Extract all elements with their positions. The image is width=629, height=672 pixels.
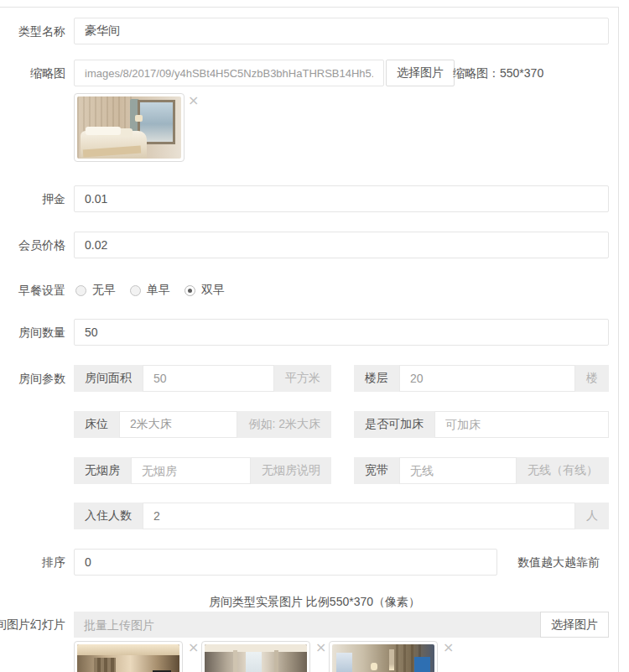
bed-addon-label: 床位	[74, 411, 119, 438]
extra-bed-group: 是否可加床	[354, 411, 609, 438]
slideshow-thumb	[74, 641, 183, 672]
deposit-input[interactable]	[74, 185, 609, 212]
slideshow-thumb	[329, 641, 438, 672]
sort-hint: 数值越大越靠前	[517, 549, 600, 576]
occupancy-unit-label: 人	[575, 503, 609, 529]
photo-wood-panel	[94, 658, 117, 672]
type-name-label: 类型名称	[0, 18, 65, 44]
room-photo-corridor	[205, 644, 307, 672]
floor-addon-label: 楼层	[354, 365, 399, 392]
photo-artwork	[336, 653, 353, 672]
room-photo-warm-tv	[77, 644, 179, 672]
member-price-input[interactable]	[74, 232, 609, 258]
radio-no-breakfast[interactable]: 无早	[75, 283, 116, 298]
remove-image-icon[interactable]: ×	[188, 642, 199, 654]
room-count-label: 房间数量	[0, 319, 65, 346]
radio-single-breakfast[interactable]: 单早	[130, 283, 170, 298]
radio-circle-icon	[185, 285, 195, 296]
remove-image-icon[interactable]: ×	[315, 642, 326, 654]
deposit-label: 押金	[0, 185, 65, 212]
floor-group: 楼层 楼	[354, 365, 609, 392]
occupancy-group: 入住人数 人	[74, 503, 609, 529]
sort-label: 排序	[0, 549, 65, 576]
room-photo-main	[77, 96, 181, 159]
breakfast-radio-group: 无早 单早 双早	[75, 282, 239, 299]
area-group: 房间面积 平方米	[74, 365, 331, 392]
room-params-label: 房间参数	[0, 365, 65, 392]
no-smoking-note-label: 无烟房说明	[251, 457, 331, 484]
breakfast-label: 早餐设置	[0, 282, 65, 299]
bed-group: 床位 例如: 2米大床	[74, 411, 331, 438]
photo-column	[274, 650, 278, 672]
gallery-heading: 房间类型实景图片 比例550*370（像素）	[0, 595, 629, 610]
bed-example-label: 例如: 2米大床	[237, 411, 331, 438]
photo-pillows	[86, 127, 121, 135]
member-price-label: 会员价格	[0, 232, 65, 258]
thumbnail-label: 缩略图	[0, 60, 65, 86]
slideshow-label: 房间图片幻灯片	[0, 612, 65, 638]
thumbnail-path-input[interactable]	[74, 60, 384, 86]
occupancy-input[interactable]	[143, 503, 575, 529]
radio-label: 单早	[147, 283, 170, 298]
area-unit-label: 平方米	[274, 365, 331, 392]
photo-ceiling	[77, 644, 179, 655]
photo-lamp	[135, 115, 143, 121]
type-name-input[interactable]	[74, 18, 609, 44]
remove-thumbnail-icon[interactable]: ×	[188, 95, 199, 107]
room-photo-blue-art	[332, 644, 434, 672]
choose-image-button[interactable]: 选择图片	[386, 60, 455, 86]
choose-images-button[interactable]: 选择图片	[540, 612, 609, 638]
photo-column	[233, 650, 237, 672]
broadband-note-label: 无线（有线）	[517, 457, 609, 484]
radio-circle-icon	[130, 285, 141, 296]
radio-label: 双早	[201, 283, 225, 298]
thumbnail-preview	[74, 93, 185, 162]
no-smoking-input[interactable]	[131, 457, 251, 484]
photo-tv	[414, 657, 431, 672]
photo-lamp	[389, 649, 394, 670]
radio-circle-icon	[75, 285, 86, 296]
area-addon-label: 房间面积	[74, 365, 143, 392]
bed-input[interactable]	[119, 411, 237, 438]
slideshow-thumb	[201, 641, 310, 672]
broadband-group: 宽带 无线（有线）	[354, 457, 609, 484]
photo-ceiling	[205, 644, 307, 652]
broadband-addon-label: 宽带	[354, 457, 399, 484]
photo-window	[246, 649, 263, 672]
remove-image-icon[interactable]: ×	[443, 642, 454, 654]
no-smoking-addon-label: 无烟房	[74, 457, 131, 484]
thumbnail-size-hint: 缩略图：550*370	[453, 60, 543, 86]
floor-input[interactable]	[399, 365, 575, 392]
area-input[interactable]	[143, 365, 274, 392]
slideshow-upload-bar: 选择图片	[74, 612, 609, 638]
photo-lamp	[371, 663, 377, 670]
occupancy-addon-label: 入住人数	[74, 503, 143, 529]
radio-double-breakfast[interactable]: 双早	[185, 283, 225, 298]
radio-label: 无早	[92, 283, 116, 298]
no-smoking-group: 无烟房 无烟房说明	[74, 457, 331, 484]
room-count-input[interactable]	[74, 319, 609, 346]
floor-unit-label: 楼	[575, 365, 609, 392]
broadband-input[interactable]	[399, 457, 517, 484]
extra-bed-addon-label: 是否可加床	[354, 411, 434, 438]
extra-bed-input[interactable]	[434, 411, 609, 438]
sort-input[interactable]	[74, 549, 497, 576]
batch-upload-input[interactable]	[74, 612, 543, 638]
